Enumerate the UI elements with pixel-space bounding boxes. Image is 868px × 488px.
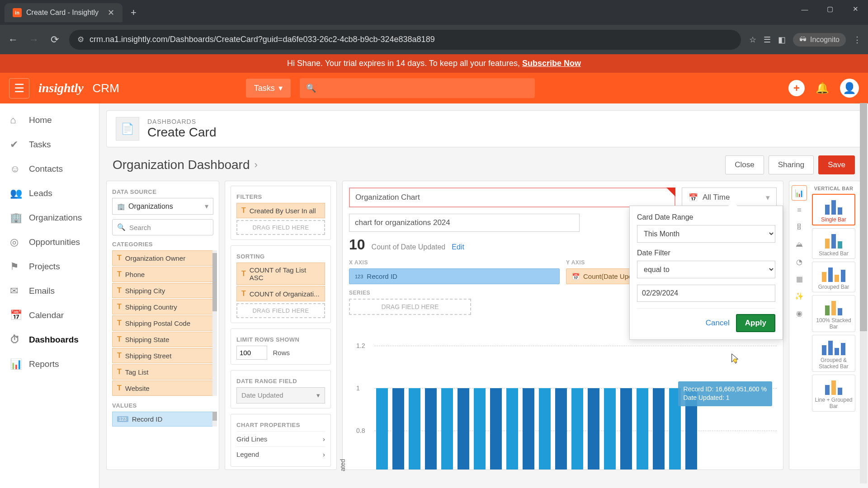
save-button[interactable]: Save <box>818 155 855 174</box>
sidebar-item-leads[interactable]: 👥Leads <box>0 181 99 206</box>
incognito-badge[interactable]: 🕶 Incognito <box>793 33 846 47</box>
category-field[interactable]: TShipping State <box>112 332 213 347</box>
chart-type-gauge-icon[interactable]: ◉ <box>792 306 807 320</box>
sidebar-item-home[interactable]: ⌂Home <box>0 108 99 132</box>
chart-type-bar-icon[interactable]: 📊 <box>792 186 807 200</box>
sharing-button[interactable]: Sharing <box>769 155 814 174</box>
browser-tab[interactable]: in Create Card - Insightly ✕ <box>5 3 123 22</box>
entity-selector[interactable]: Tasks ▾ <box>246 79 291 98</box>
apply-button[interactable]: Apply <box>736 314 775 332</box>
new-tab-button[interactable]: + <box>126 7 141 19</box>
chart-type-hbar-icon[interactable]: ≡ <box>792 203 807 217</box>
sort-chip-1[interactable]: TCOUNT of Tag List ASC <box>236 263 325 285</box>
sidebar-item-organizations[interactable]: 🏢Organizations <box>0 206 99 230</box>
chart-type-area-icon[interactable]: ⛰ <box>792 237 807 252</box>
bookmark-icon[interactable]: ☆ <box>749 35 756 45</box>
chart-subtype-stacked-bar[interactable]: Stacked Bar <box>812 228 855 259</box>
chevron-right-icon: › <box>323 450 325 458</box>
notifications-icon[interactable]: 🔔 <box>816 82 829 94</box>
sidebar-item-dashboards[interactable]: ⏱Dashboards <box>0 328 99 352</box>
card-date-range-select[interactable]: This Month <box>637 225 775 243</box>
sidebar-item-projects[interactable]: ⚑Projects <box>0 254 99 279</box>
category-field[interactable]: TTag List <box>112 364 213 380</box>
page-scrollbar[interactable] <box>860 103 867 483</box>
sort-chip-2[interactable]: TCOUNT of Organizati... <box>236 286 325 301</box>
site-settings-icon[interactable]: ⚙ <box>77 35 84 44</box>
prop-legend[interactable]: Legend› <box>236 446 325 462</box>
back-button[interactable]: ← <box>7 33 19 46</box>
chart-subtype-line-grouped-bar[interactable]: Line + Grouped Bar <box>812 375 855 412</box>
sidebar-item-opportunities[interactable]: ◎Opportunities <box>0 230 99 254</box>
category-field[interactable]: TOrganization Owner <box>112 250 213 266</box>
dashboard-title[interactable]: Organization Dashboard › <box>113 158 258 172</box>
close-window-icon[interactable]: ✕ <box>843 0 868 18</box>
chart-subtype-grouped-stacked-bar[interactable]: Grouped & Stacked Bar <box>812 335 855 372</box>
prop-gridlines[interactable]: Grid Lines› <box>236 431 325 446</box>
category-field[interactable]: TShipping Country <box>112 299 213 314</box>
hamburger-menu[interactable]: ☰ <box>9 78 29 99</box>
app-name: CRM <box>93 81 119 95</box>
limit-input[interactable] <box>236 346 267 360</box>
page-header: 📄 DASHBOARDS Create Card <box>106 110 861 147</box>
sidebar-item-calendar[interactable]: 📅Calendar <box>0 303 99 328</box>
sidebar-item-contacts[interactable]: ☺Contacts <box>0 157 99 181</box>
series-drop-zone[interactable]: DRAG FIELD HERE <box>349 299 471 315</box>
text-type-icon: T <box>117 335 122 343</box>
xaxis-label: X AXIS <box>349 259 560 266</box>
menu-icon[interactable]: ⋮ <box>853 35 861 45</box>
chart-type-pie-icon[interactable]: ◔ <box>792 254 807 269</box>
maximize-icon[interactable]: ▢ <box>817 0 843 18</box>
chart-bar <box>441 388 453 469</box>
data-source-select[interactable]: 🏢 Organizations ▾ <box>112 198 213 215</box>
category-field[interactable]: TShipping Postal Code <box>112 315 213 331</box>
favicon-icon: in <box>13 8 22 17</box>
subscribe-link[interactable]: Subscribe Now <box>522 59 581 68</box>
filters-label: FILTERS <box>236 193 325 200</box>
sidebar-item-emails[interactable]: ✉Emails <box>0 279 99 303</box>
date-value-input[interactable] <box>637 285 775 302</box>
xaxis-field[interactable]: 123 Record ID <box>349 268 560 284</box>
chart-type-table-icon[interactable]: ▦ <box>792 272 807 286</box>
datasource-search[interactable]: 🔍 Search <box>112 219 213 235</box>
filter-chip[interactable]: T Created By User In all <box>236 203 325 218</box>
chart-subtype-single-bar[interactable]: Single Bar <box>812 194 855 225</box>
sort-drop-zone[interactable]: DRAG FIELD HERE <box>236 303 325 318</box>
address-bar[interactable]: ⚙ crm.na1.insightly.com/Dashboards/Creat… <box>69 30 741 50</box>
close-tab-icon[interactable]: ✕ <box>108 8 114 18</box>
date-filter-select[interactable]: equal to <box>637 261 775 278</box>
chart-subtitle-input[interactable]: chart for organizations 2024 <box>349 214 580 232</box>
chart-subtype-grouped-bar[interactable]: Grouped Bar <box>812 262 855 292</box>
chart-bar <box>620 388 632 469</box>
app-header: ☰ insightly CRM Tasks ▾ 🔍 + 🔔 👤 <box>0 73 868 103</box>
category-field[interactable]: TShipping City <box>112 283 213 298</box>
reading-list-icon[interactable]: ☰ <box>764 35 771 45</box>
category-field[interactable]: TShipping Street <box>112 348 213 363</box>
category-field[interactable]: TPhone <box>112 267 213 282</box>
sidebar-item-tasks[interactable]: ✔Tasks <box>0 132 99 157</box>
daterange-field-select[interactable]: Date Updated ▾ <box>236 387 325 404</box>
sidepanel-icon[interactable]: ◧ <box>778 35 786 45</box>
add-button[interactable]: + <box>788 80 805 96</box>
chart-bar <box>474 388 486 469</box>
props-label: CHART PROPERTIES <box>236 422 325 428</box>
category-field[interactable]: TWebsite <box>112 380 213 396</box>
edit-link[interactable]: Edit <box>452 243 464 251</box>
sidebar-icon: ☺ <box>10 163 22 175</box>
filter-drop-zone[interactable]: DRAG FIELD HERE <box>236 220 325 235</box>
daterange-label: DATE RANGE FIELD <box>236 378 325 385</box>
chart-title-input[interactable]: Organization Chart <box>349 188 675 207</box>
avatar[interactable]: 👤 <box>840 79 859 98</box>
text-type-icon: T <box>117 254 122 262</box>
cancel-link[interactable]: Cancel <box>706 319 730 328</box>
chart-type-funnel-icon[interactable]: ✨ <box>792 289 807 303</box>
close-button[interactable]: Close <box>725 155 764 174</box>
search-input[interactable]: 🔍 <box>300 78 535 98</box>
chart-subtype--stacked-bar[interactable]: 100% Stacked Bar <box>812 295 855 332</box>
reload-button[interactable]: ⟳ <box>48 33 61 46</box>
sidebar-icon: ⚑ <box>10 261 22 272</box>
value-field-record-id[interactable]: 123 Record ID <box>112 412 213 427</box>
minimize-icon[interactable]: — <box>792 0 817 18</box>
search-icon: 🔍 <box>306 83 316 93</box>
chart-type-line-icon[interactable]: 〿 <box>792 220 807 235</box>
sidebar-item-reports[interactable]: 📊Reports <box>0 352 99 376</box>
